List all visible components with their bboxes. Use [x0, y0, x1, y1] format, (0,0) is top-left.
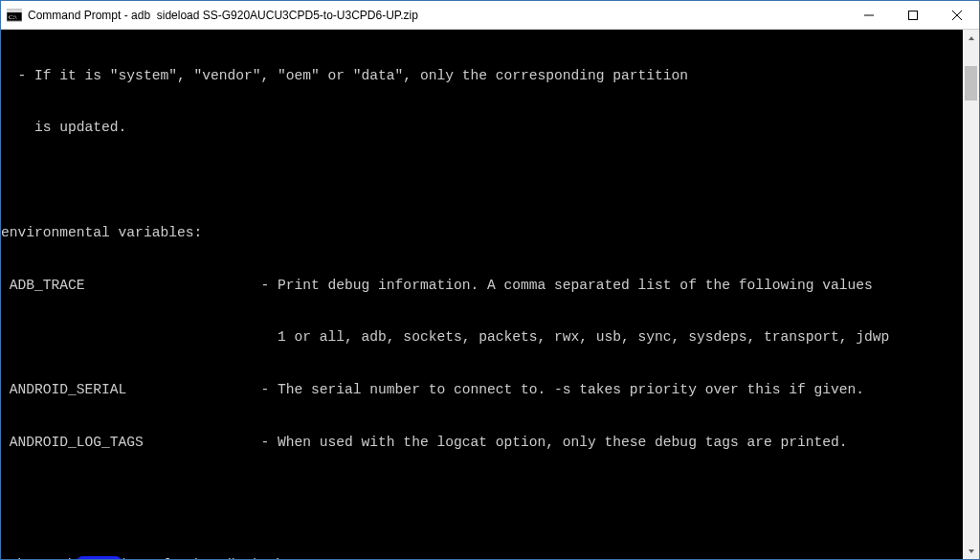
prompt-suffix: \Downloads>	[122, 557, 214, 560]
output-line: environmental variables:	[1, 224, 963, 241]
window-controls	[847, 1, 979, 29]
close-button[interactable]	[935, 1, 979, 29]
cmd-icon: C:\	[7, 8, 22, 23]
prompt-prefix: C:\Users\	[1, 557, 77, 560]
svg-marker-8	[969, 549, 974, 553]
scrollbar-vertical[interactable]	[963, 30, 979, 559]
minimize-button[interactable]	[847, 1, 891, 29]
redaction	[77, 556, 122, 559]
svg-text:C:\: C:\	[9, 13, 17, 21]
terminal-output[interactable]: - If it is "system", "vendor", "oem" or …	[1, 30, 963, 559]
title-bar[interactable]: C:\ Command Prompt - adb sideload SS-G92…	[1, 1, 979, 30]
scroll-down-button[interactable]	[963, 543, 979, 559]
scroll-up-button[interactable]	[963, 30, 979, 46]
output-line: 1 or all, adb, sockets, packets, rwx, us…	[1, 328, 963, 346]
command-text: adb devices	[214, 557, 306, 560]
window-frame: C:\ Command Prompt - adb sideload SS-G92…	[0, 0, 980, 560]
window-title: Command Prompt - adb sideload SS-G920AUC…	[28, 9, 418, 22]
svg-rect-1	[7, 10, 22, 12]
output-line: - If it is "system", "vendor", "oem" or …	[1, 67, 963, 84]
output-line	[1, 486, 963, 504]
output-line	[1, 171, 963, 189]
prompt-line: C:\Users\\Downloads>adb devices	[1, 556, 963, 560]
output-line: is updated.	[1, 119, 963, 136]
output-line: ANDROID_SERIAL - The serial number to co…	[1, 381, 963, 398]
output-line: ANDROID_LOG_TAGS - When used with the lo…	[1, 434, 963, 451]
maximize-button[interactable]	[891, 1, 935, 29]
svg-marker-7	[969, 36, 974, 40]
output-line: ADB_TRACE - Print debug information. A c…	[1, 277, 963, 294]
svg-rect-4	[909, 11, 918, 19]
scroll-thumb[interactable]	[965, 66, 977, 101]
client-area: - If it is "system", "vendor", "oem" or …	[1, 30, 979, 559]
